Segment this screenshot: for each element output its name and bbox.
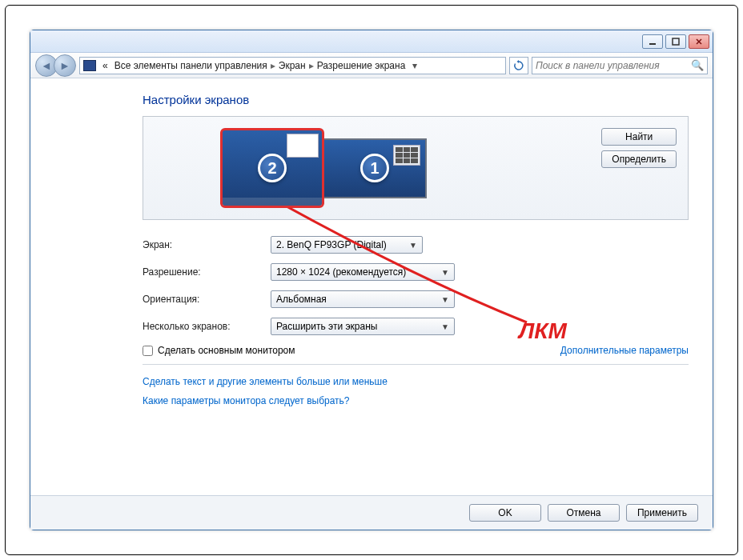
close-button[interactable]: [689, 34, 709, 49]
multiple-displays-dropdown[interactable]: Расширить эти экраны ▼: [271, 318, 455, 335]
orientation-dropdown[interactable]: Альбомная ▼: [271, 290, 455, 308]
resolution-label: Разрешение:: [143, 266, 271, 278]
display-dropdown-value: 2. BenQ FP93GP (Digital): [276, 239, 387, 250]
monitor-preview-keypad: [396, 147, 418, 163]
orientation-label: Ориентация:: [143, 294, 271, 305]
search-bar[interactable]: 🔍: [532, 57, 708, 74]
monitor-2[interactable]: 2: [220, 128, 324, 208]
chevron-down-icon: ▼: [409, 241, 417, 250]
svg-rect-1: [673, 38, 679, 45]
monitor-preview-taskbar: [223, 198, 322, 206]
refresh-button[interactable]: [509, 57, 528, 74]
find-button[interactable]: Найти: [601, 128, 677, 146]
divider: [143, 364, 689, 365]
svg-rect-0: [649, 43, 656, 45]
minimize-button[interactable]: [642, 34, 663, 49]
monitor-number-badge: 2: [258, 154, 287, 182]
monitor-1[interactable]: 1: [323, 138, 427, 198]
apply-button[interactable]: Применить: [626, 504, 698, 522]
make-primary-checkbox[interactable]: [143, 346, 153, 356]
breadcrumb-prefix: «: [99, 60, 111, 71]
display-label: Экран:: [143, 239, 271, 250]
multiple-displays-dropdown-value: Расширить эти экраны: [276, 321, 377, 332]
monitor-preview-window: [287, 134, 319, 158]
address-bar[interactable]: « Все элементы панели управления ▸ Экран…: [79, 57, 506, 74]
address-dropdown-icon[interactable]: ▾: [408, 60, 421, 71]
chevron-down-icon: ▼: [441, 295, 449, 304]
which-params-link[interactable]: Какие параметры монитора следует выбрать…: [143, 395, 689, 406]
dialog-button-bar: OK Отмена Применить: [30, 495, 713, 530]
display-dropdown[interactable]: 2. BenQ FP93GP (Digital) ▼: [271, 236, 423, 254]
resolution-dropdown-value: 1280 × 1024 (рекомендуется): [276, 266, 406, 278]
orientation-dropdown-value: Альбомная: [276, 294, 327, 305]
chevron-down-icon: ▼: [441, 268, 449, 277]
chevron-down-icon: ▼: [441, 322, 449, 331]
cancel-button[interactable]: Отмена: [548, 504, 620, 522]
breadcrumb-seg3[interactable]: Разрешение экрана: [314, 60, 409, 71]
breadcrumb-seg1[interactable]: Все элементы панели управления: [111, 60, 271, 71]
ok-button[interactable]: OK: [469, 504, 541, 522]
control-panel-icon: [83, 60, 96, 71]
search-icon[interactable]: 🔍: [691, 59, 704, 71]
window: ◄ ► « Все элементы панели управления ▸ Э…: [30, 30, 713, 530]
content-area: Настройки экранов 2 1 Найти Определить: [30, 78, 713, 495]
breadcrumb-seg2[interactable]: Экран: [275, 60, 309, 71]
search-input[interactable]: [536, 60, 691, 71]
navbar: ◄ ► « Все элементы панели управления ▸ Э…: [30, 53, 713, 78]
multiple-displays-label: Несколько экранов:: [143, 321, 271, 332]
svg-marker-4: [517, 60, 520, 63]
forward-button[interactable]: ►: [54, 54, 76, 77]
titlebar: [30, 30, 713, 53]
advanced-settings-link[interactable]: Дополнительные параметры: [560, 345, 689, 356]
identify-button[interactable]: Определить: [601, 150, 677, 168]
monitor-number-badge: 1: [360, 154, 389, 182]
text-size-link[interactable]: Сделать текст и другие элементы больше и…: [143, 376, 689, 387]
monitor-arrangement-panel[interactable]: 2 1 Найти Определить: [143, 116, 689, 220]
resolution-dropdown[interactable]: 1280 × 1024 (рекомендуется) ▼: [271, 263, 455, 281]
maximize-button[interactable]: [665, 34, 686, 49]
page-title: Настройки экранов: [143, 93, 689, 106]
make-primary-label: Сделать основным монитором: [158, 345, 295, 356]
